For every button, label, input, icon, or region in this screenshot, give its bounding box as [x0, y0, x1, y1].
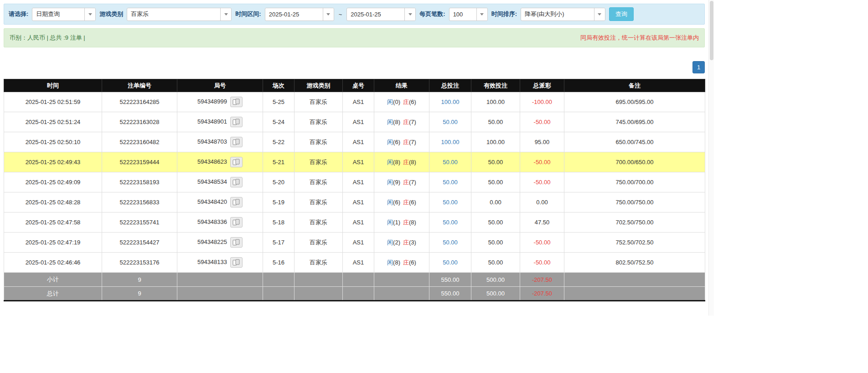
table-row: 2025-01-25 02:51:24 522223163028 5943489… — [4, 112, 705, 132]
view-cards-icon[interactable] — [230, 237, 243, 248]
subtotal-count: 9 — [102, 273, 177, 287]
view-cards-icon[interactable] — [230, 197, 243, 207]
total-bet-link[interactable]: 100.00 — [429, 92, 471, 112]
view-cards-icon[interactable] — [230, 217, 243, 228]
date-to-picker[interactable]: 2025-01-25 — [346, 8, 416, 21]
game-type-cell: 百家乐 — [294, 152, 343, 172]
total-bet-link[interactable]: 50.00 — [429, 233, 471, 253]
result-cell: 闲(8)庄(7) — [374, 112, 429, 132]
game-type-cell: 百家乐 — [294, 172, 343, 192]
time-cell: 2025-01-25 02:49:09 — [4, 172, 102, 192]
page-1-button[interactable]: 1 — [692, 61, 705, 73]
view-cards-icon[interactable] — [230, 157, 243, 167]
scrollbar-thumb[interactable] — [710, 1, 713, 60]
round-id-text: 594348703 — [197, 138, 227, 145]
banker-result: 庄(6) — [403, 199, 416, 206]
view-cards-icon[interactable] — [230, 137, 243, 147]
chevron-down-icon — [220, 8, 231, 21]
session-cell: 5-18 — [263, 212, 294, 233]
bets-table: 时间 注单编号 局号 场次 游戏类别 桌号 结果 总投注 有效投注 总派彩 备注… — [4, 79, 705, 301]
view-cards-icon[interactable] — [230, 97, 243, 107]
total-bet-link[interactable]: 50.00 — [429, 152, 471, 172]
total-valid-bet: 500.00 — [471, 287, 520, 301]
banker-result: 庄(6) — [403, 259, 416, 266]
valid-bet-cell: 50.00 — [471, 253, 520, 273]
view-cards-icon[interactable] — [230, 117, 243, 127]
page-size-select[interactable]: 100 — [449, 8, 488, 21]
banker-result: 庄(7) — [403, 119, 416, 125]
time-sort-select[interactable]: 降幂(由大到小) — [521, 8, 605, 21]
search-button[interactable]: 查询 — [609, 7, 634, 21]
result-cell: 闲(1)庄(8) — [374, 212, 429, 233]
vertical-scrollbar[interactable] — [708, 0, 714, 316]
game-type-cell: 百家乐 — [294, 132, 343, 152]
table-row: 2025-01-25 02:49:09 522223158193 5943485… — [4, 172, 705, 192]
player-result: 闲(1) — [387, 219, 400, 226]
banker-result: 庄(8) — [403, 159, 416, 166]
bet-id-cell: 522223160482 — [102, 132, 177, 152]
result-cell: 闲(8)庄(6) — [374, 253, 429, 273]
col-valid-bet: 有效投注 — [471, 79, 520, 92]
table-no-cell: AS1 — [343, 253, 374, 273]
time-cell: 2025-01-25 02:47:19 — [4, 233, 102, 253]
game-type-select[interactable]: 百家乐 — [127, 8, 232, 21]
date-from-picker[interactable]: 2025-01-25 — [265, 8, 334, 21]
col-round-id: 局号 — [177, 79, 263, 92]
round-id-text: 594348999 — [197, 98, 227, 105]
game-type-cell: 百家乐 — [294, 233, 343, 253]
page-size-value: 100 — [450, 8, 476, 21]
payout-cell: -50.00 — [520, 172, 564, 192]
player-result: 闲(8) — [387, 259, 400, 266]
total-bet-link[interactable]: 50.00 — [429, 253, 471, 273]
bet-id-cell: 522223158193 — [102, 172, 177, 192]
time-sort-value: 降幂(由大到小) — [521, 8, 594, 21]
round-id-cell: 594348999 — [177, 92, 263, 112]
bet-id-cell: 522223159444 — [102, 152, 177, 172]
valid-bet-cell: 50.00 — [471, 172, 520, 192]
round-id-text: 594348901 — [197, 118, 227, 125]
table-row: 2025-01-25 02:46:46 522223153176 5943481… — [4, 253, 705, 273]
view-cards-icon[interactable] — [230, 257, 243, 268]
table-no-cell: AS1 — [343, 172, 374, 192]
session-cell: 5-17 — [263, 233, 294, 253]
view-cards-icon[interactable] — [230, 177, 243, 187]
table-row: 2025-01-25 02:48:28 522223156833 5943484… — [4, 192, 705, 212]
col-result: 结果 — [374, 79, 429, 92]
player-result: 闲(8) — [387, 119, 400, 125]
total-bet-link[interactable]: 50.00 — [429, 212, 471, 233]
col-session: 场次 — [263, 79, 294, 92]
query-type-label: 请选择: — [9, 10, 28, 18]
valid-bet-cell: 50.00 — [471, 152, 520, 172]
session-cell: 5-25 — [263, 92, 294, 112]
remark-cell: 750.00/700.00 — [564, 172, 705, 192]
player-result: 闲(6) — [387, 199, 400, 206]
game-type-cell: 百家乐 — [294, 92, 343, 112]
round-id-cell: 594348336 — [177, 212, 263, 233]
table-row: 2025-01-25 02:50:10 522223160482 5943487… — [4, 132, 705, 152]
remark-cell: 750.00/750.00 — [564, 192, 705, 212]
remark-cell: 702.50/750.00 — [564, 212, 705, 233]
valid-bet-cell: 100.00 — [471, 92, 520, 112]
table-no-cell: AS1 — [343, 233, 374, 253]
subtotal-valid-bet: 500.00 — [471, 273, 520, 287]
game-type-cell: 百家乐 — [294, 192, 343, 212]
total-bet-link[interactable]: 100.00 — [429, 132, 471, 152]
table-no-cell: AS1 — [343, 112, 374, 132]
round-id-text: 594348534 — [197, 178, 227, 185]
currency-summary-text: 币别：人民币 | 总共 :9 注单 | — [10, 34, 85, 42]
table-body: 2025-01-25 02:51:59 522223164285 5943489… — [4, 92, 705, 273]
session-cell: 5-22 — [263, 132, 294, 152]
total-bet-link[interactable]: 50.00 — [429, 112, 471, 132]
page: 请选择: 日期查询 游戏类别 百家乐 时间区间: 2025-01-25 ~ 20… — [0, 0, 868, 373]
result-cell: 闲(6)庄(7) — [374, 132, 429, 152]
payout-cell: -50.00 — [520, 233, 564, 253]
subtotal-label: 小计 — [4, 273, 102, 287]
round-id-cell: 594348534 — [177, 172, 263, 192]
table-no-cell: AS1 — [343, 152, 374, 172]
query-type-select[interactable]: 日期查询 — [32, 8, 96, 21]
col-remark: 备注 — [564, 79, 705, 92]
table-row: 2025-01-25 02:51:59 522223164285 5943489… — [4, 92, 705, 112]
total-bet-link[interactable]: 50.00 — [429, 172, 471, 192]
total-bet-link[interactable]: 50.00 — [429, 192, 471, 212]
chevron-down-icon — [404, 8, 415, 21]
